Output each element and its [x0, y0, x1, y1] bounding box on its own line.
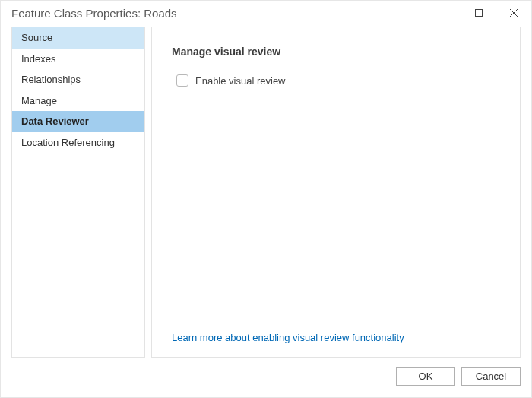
close-button[interactable] [496, 1, 531, 25]
enable-visual-review-row[interactable]: Enable visual review [176, 74, 500, 87]
sidebar-item-label: Indexes [21, 53, 56, 65]
ok-button[interactable]: OK [396, 367, 455, 386]
sidebar-item-data-reviewer[interactable]: Data Reviewer [12, 111, 144, 132]
section-title: Manage visual review [172, 46, 500, 58]
sidebar-item-indexes[interactable]: Indexes [12, 49, 144, 70]
maximize-icon [475, 9, 483, 17]
sidebar-item-manage[interactable]: Manage [12, 90, 144, 112]
sidebar-item-label: Data Reviewer [21, 115, 89, 127]
category-sidebar: Source Indexes Relationships Manage Data… [11, 27, 145, 358]
checkbox-icon[interactable] [176, 74, 188, 87]
sidebar-item-location-referencing[interactable]: Location Referencing [12, 132, 144, 153]
sidebar-item-label: Relationships [21, 74, 81, 85]
sidebar-item-source[interactable]: Source [12, 27, 144, 49]
button-label: Cancel [476, 371, 506, 382]
svg-rect-0 [476, 10, 483, 17]
dialog-footer: OK Cancel [1, 362, 531, 397]
sidebar-item-label: Source [21, 32, 52, 43]
maximize-button[interactable] [461, 1, 496, 25]
sidebar-item-label: Manage [21, 95, 57, 106]
button-label: OK [419, 371, 433, 382]
cancel-button[interactable]: Cancel [461, 367, 521, 386]
close-icon [510, 9, 518, 17]
content-panel: Manage visual review Enable visual revie… [151, 27, 521, 358]
dialog-body: Source Indexes Relationships Manage Data… [1, 25, 531, 362]
title-bar: Feature Class Properties: Roads [1, 1, 531, 25]
sidebar-item-relationships[interactable]: Relationships [12, 69, 144, 90]
checkbox-label: Enable visual review [195, 75, 286, 87]
content-spacer [172, 87, 500, 330]
window-title: Feature Class Properties: Roads [11, 7, 177, 20]
sidebar-item-label: Location Referencing [21, 137, 115, 148]
dialog-window: Feature Class Properties: Roads Source I… [0, 0, 532, 398]
learn-more-link[interactable]: Learn more about enabling visual review … [172, 330, 500, 348]
